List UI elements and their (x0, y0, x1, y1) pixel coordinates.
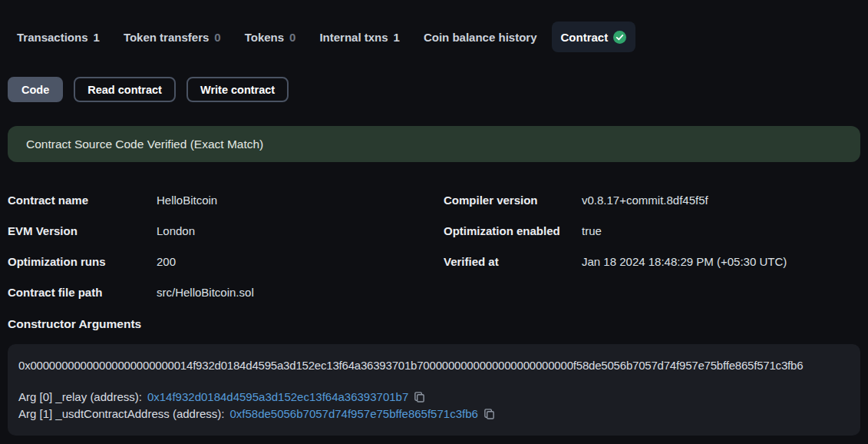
info-label: Verified at (444, 255, 582, 268)
tab-label: Coin balance history (424, 31, 537, 44)
verified-check-icon (613, 31, 626, 44)
arg-label: Arg [1] _usdtContractAddress (address): (18, 407, 224, 420)
arg-address-link[interactable]: 0xf58de5056b7057d74f957e75bffe865f571c3f… (229, 407, 477, 420)
info-label: Optimization enabled (444, 224, 582, 237)
arg-address-link[interactable]: 0x14f932d0184d4595a3d152ec13f64a36393701… (147, 390, 408, 403)
info-row-verified-at: Verified at Jan 18 2024 18:48:29 PM (+05… (444, 246, 860, 277)
info-value: src/HelloBitcoin.sol (157, 286, 254, 299)
read-contract-button[interactable]: Read contract (74, 77, 176, 102)
info-label: Optimization runs (8, 255, 157, 268)
info-row-contract-name: Contract name HelloBitcoin (8, 184, 444, 215)
info-label: Contract name (8, 194, 157, 207)
info-value: v0.8.17+commit.8df45f5f (582, 194, 708, 207)
arg-label: Arg [0] _relay (address): (18, 390, 142, 403)
tab-coin-balance-history[interactable]: Coin balance history (414, 22, 546, 52)
raw-constructor-args: 0x00000000000000000000000014f932d0184d45… (18, 359, 850, 372)
info-row-compiler-version: Compiler version v0.8.17+commit.8df45f5f (444, 184, 860, 215)
info-label: Compiler version (444, 194, 582, 207)
info-row-contract-file-path: Contract file path src/HelloBitcoin.sol (8, 277, 444, 307)
info-value: HelloBitcoin (157, 194, 217, 207)
info-row-optimization-runs: Optimization runs 200 (8, 246, 444, 277)
constructor-arguments-box: 0x00000000000000000000000014f932d0184d45… (8, 344, 860, 436)
tab-tokens[interactable]: Tokens 0 (236, 22, 305, 52)
tab-label: Tokens (245, 31, 284, 44)
info-column-left: Contract name HelloBitcoin EVM Version L… (8, 184, 444, 307)
info-value: 200 (157, 255, 176, 268)
tab-bar: Transactions 1 Token transfers 0 Tokens … (8, 22, 860, 52)
tab-transactions[interactable]: Transactions 1 (8, 22, 109, 52)
copy-icon[interactable] (414, 391, 425, 403)
info-value: true (582, 224, 602, 237)
decoded-arg-list: Arg [0] _relay (address): 0x14f932d0184d… (18, 388, 850, 422)
tab-label: Token transfers (124, 31, 209, 44)
code-button[interactable]: Code (8, 77, 63, 102)
arg-row-1: Arg [1] _usdtContractAddress (address): … (18, 405, 850, 422)
contract-page: Transactions 1 Token transfers 0 Tokens … (0, 22, 868, 436)
tab-label: Contract (561, 31, 609, 44)
verification-status-banner: Contract Source Code Verified (Exact Mat… (8, 126, 860, 162)
verification-status-text: Contract Source Code Verified (Exact Mat… (26, 138, 263, 151)
constructor-arguments-heading: Constructor Arguments (8, 317, 860, 336)
tab-count: 0 (214, 31, 220, 44)
tab-count: 0 (289, 31, 295, 44)
copy-icon[interactable] (484, 408, 495, 419)
tab-token-transfers[interactable]: Token transfers 0 (114, 22, 230, 52)
write-contract-button[interactable]: Write contract (186, 77, 289, 102)
tab-label: Internal txns (319, 31, 388, 44)
contract-info-grid: Contract name HelloBitcoin EVM Version L… (8, 184, 860, 307)
info-label: Contract file path (8, 286, 157, 299)
tab-count: 1 (394, 31, 400, 44)
tab-label: Transactions (17, 31, 88, 44)
info-row-optimization-enabled: Optimization enabled true (444, 215, 860, 246)
info-column-right: Compiler version v0.8.17+commit.8df45f5f… (444, 184, 860, 307)
tab-count: 1 (94, 31, 100, 44)
info-value: Jan 18 2024 18:48:29 PM (+05:30 UTC) (582, 255, 787, 268)
tab-contract[interactable]: Contract (552, 22, 636, 52)
contract-subtabs: Code Read contract Write contract (8, 77, 860, 102)
arg-row-0: Arg [0] _relay (address): 0x14f932d0184d… (18, 388, 850, 405)
info-value: London (157, 224, 195, 237)
tab-internal-txns[interactable]: Internal txns 1 (310, 22, 409, 52)
info-label: EVM Version (8, 224, 157, 237)
info-row-evm-version: EVM Version London (8, 215, 444, 246)
